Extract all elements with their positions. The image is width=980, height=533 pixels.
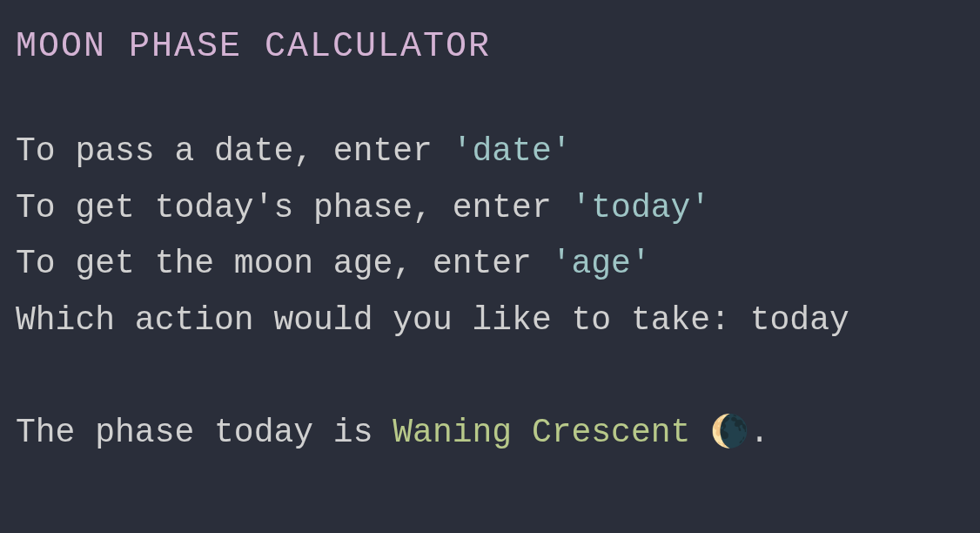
- result-space: [690, 414, 710, 451]
- instruction-age-literal: 'age': [552, 245, 651, 282]
- instruction-date-text: To pass a date, enter: [16, 132, 453, 170]
- instruction-today-text: To get today's phase, enter: [16, 189, 572, 226]
- app-title: MOON PHASE CALCULATOR: [16, 17, 964, 77]
- instruction-date: To pass a date, enter 'date': [16, 124, 964, 180]
- prompt-line[interactable]: Which action would you like to take: tod…: [16, 293, 964, 349]
- instruction-age-text: To get the moon age, enter: [16, 245, 552, 282]
- instruction-age: To get the moon age, enter 'age': [16, 236, 964, 293]
- blank-line: [16, 348, 964, 405]
- prompt-text: Which action would you like to take:: [16, 301, 750, 339]
- instruction-today-literal: 'today': [572, 189, 711, 226]
- result-line: The phase today is Waning Crescent 🌘.: [16, 405, 964, 462]
- result-suffix: .: [749, 414, 769, 451]
- moon-icon: 🌘: [710, 415, 749, 451]
- instruction-date-literal: 'date': [453, 132, 572, 170]
- user-input[interactable]: today: [750, 301, 849, 339]
- terminal-output: To pass a date, enter 'date' To get toda…: [16, 124, 964, 462]
- instruction-today: To get today's phase, enter 'today': [16, 180, 964, 237]
- result-phase: Waning Crescent: [393, 414, 690, 451]
- result-prefix: The phase today is: [16, 414, 393, 451]
